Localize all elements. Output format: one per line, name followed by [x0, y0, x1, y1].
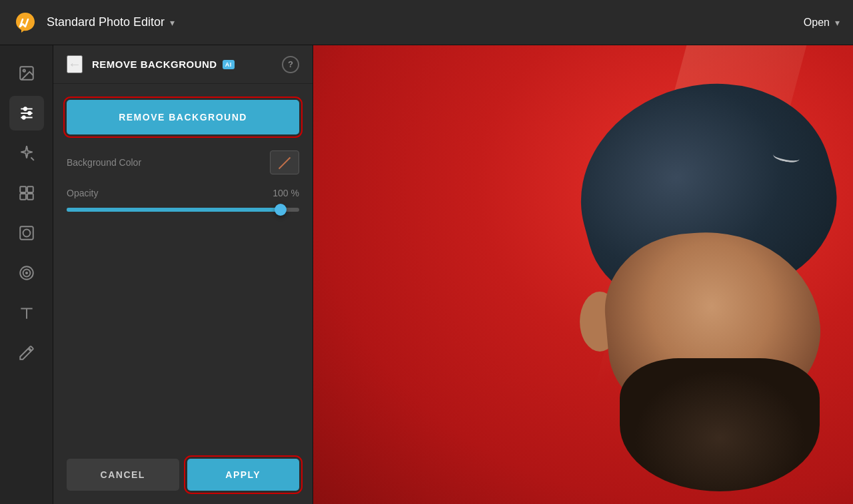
- slider-thumb[interactable]: [275, 204, 287, 216]
- sidebar-item-frame[interactable]: [9, 216, 44, 250]
- slider-fill: [67, 208, 281, 212]
- panel-title: REMOVE BACKGROUND AI: [92, 59, 235, 70]
- beard-shape: [620, 358, 820, 491]
- action-buttons: CANCEL APPLY 2: [53, 459, 313, 504]
- svg-rect-9: [20, 186, 26, 192]
- panel-content: REMOVE BACKGROUND 1 Background Color Opa…: [53, 84, 313, 459]
- apply-button-wrapper: APPLY: [187, 459, 300, 491]
- topbar: Standard Photo Editor ▾ Open ▾: [0, 0, 853, 45]
- opacity-slider[interactable]: [67, 208, 299, 212]
- sidebar-item-text[interactable]: [9, 296, 44, 330]
- canvas-area: [313, 45, 853, 504]
- topbar-left: Standard Photo Editor ▾: [13, 11, 175, 35]
- svg-point-7: [22, 116, 25, 119]
- sidebar-item-grid[interactable]: [9, 176, 44, 210]
- app-title-chevron: ▾: [170, 17, 175, 28]
- open-button[interactable]: Open ▾: [804, 17, 840, 29]
- remove-background-button[interactable]: REMOVE BACKGROUND: [67, 100, 299, 134]
- sidebar-item-image[interactable]: [9, 56, 44, 91]
- remove-bg-button-wrapper: REMOVE BACKGROUND: [67, 100, 299, 134]
- sidebar-item-adjustments[interactable]: [9, 96, 44, 130]
- sidebar-item-target[interactable]: [9, 256, 44, 290]
- opacity-row: Opacity 100 %: [67, 188, 299, 198]
- apply-btn-section: APPLY 2: [187, 459, 300, 491]
- background-color-row: Background Color: [67, 150, 299, 174]
- photo-display: [313, 45, 853, 504]
- cancel-button[interactable]: CANCEL: [67, 459, 179, 491]
- sidebar-item-brush[interactable]: [9, 336, 44, 370]
- topbar-right: Open ▾: [804, 17, 840, 29]
- svg-rect-13: [20, 226, 33, 240]
- settings-area: Background Color Opacity 100 %: [67, 150, 299, 212]
- svg-point-1: [23, 70, 25, 72]
- color-swatch[interactable]: [270, 150, 299, 174]
- apply-button[interactable]: APPLY: [187, 459, 300, 491]
- svg-point-17: [25, 272, 27, 274]
- background-color-label: Background Color: [67, 157, 141, 168]
- svg-line-8: [31, 158, 33, 160]
- back-button[interactable]: ←: [67, 55, 83, 73]
- slash-icon: [278, 156, 291, 169]
- panel-header: ← REMOVE BACKGROUND AI ?: [53, 45, 313, 84]
- main-area: ← REMOVE BACKGROUND AI ? REMOVE BACKGROU…: [0, 45, 853, 504]
- open-chevron-icon: ▾: [835, 17, 840, 28]
- opacity-value: 100 %: [273, 188, 299, 198]
- help-button[interactable]: ?: [282, 56, 299, 73]
- app-title[interactable]: Standard Photo Editor ▾: [47, 15, 175, 29]
- svg-rect-10: [27, 186, 33, 192]
- icon-sidebar: [0, 45, 53, 504]
- ai-badge: AI: [223, 60, 235, 69]
- opacity-label: Opacity: [67, 188, 98, 198]
- svg-rect-11: [20, 194, 26, 200]
- svg-point-14: [23, 230, 30, 237]
- svg-point-6: [28, 112, 31, 115]
- remove-bg-section: REMOVE BACKGROUND 1: [67, 100, 299, 134]
- sidebar-item-magic[interactable]: [9, 136, 44, 170]
- svg-point-5: [23, 107, 26, 110]
- panel: ← REMOVE BACKGROUND AI ? REMOVE BACKGROU…: [53, 45, 313, 504]
- svg-rect-12: [27, 194, 33, 200]
- app-logo[interactable]: [13, 11, 37, 35]
- opacity-section: Opacity 100 %: [67, 188, 299, 212]
